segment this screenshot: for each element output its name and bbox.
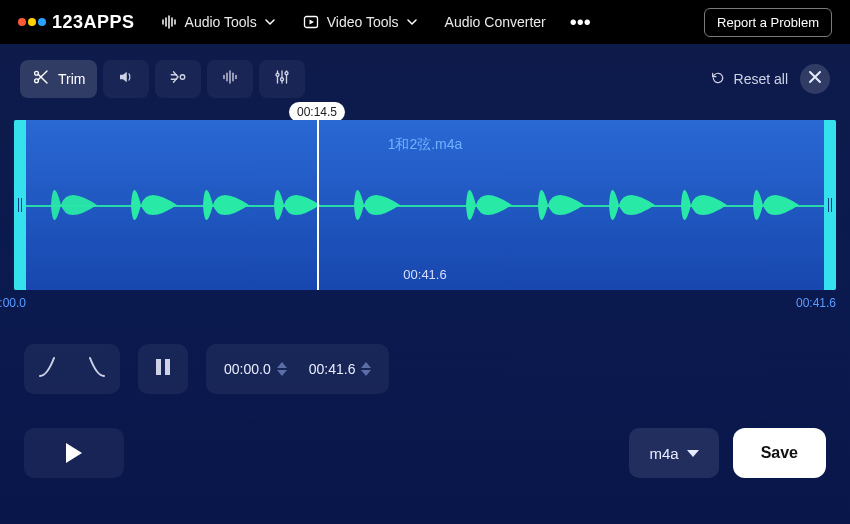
timeline-start-label: 00:00.0 xyxy=(0,296,26,310)
tool-trim-label: Trim xyxy=(58,71,85,87)
chevron-down-icon xyxy=(407,17,417,27)
tool-speed[interactable] xyxy=(155,60,201,98)
menu-video-tools[interactable]: Video Tools xyxy=(289,0,431,44)
format-value: m4a xyxy=(649,445,678,462)
equalizer-icon xyxy=(273,68,291,90)
ellipsis-icon: ••• xyxy=(570,11,591,33)
menu-more-button[interactable]: ••• xyxy=(560,11,601,34)
scissors-icon xyxy=(32,68,50,90)
reset-all-button[interactable]: Reset all xyxy=(710,70,788,89)
svg-point-10 xyxy=(181,75,186,80)
menu-video-tools-label: Video Tools xyxy=(327,14,399,30)
trim-start-down[interactable] xyxy=(277,370,287,376)
svg-rect-22 xyxy=(156,359,161,375)
logo-dots-icon xyxy=(18,18,46,26)
tool-pitch[interactable] xyxy=(207,60,253,98)
svg-point-20 xyxy=(281,78,284,81)
trim-start-value: 00:00.0 xyxy=(224,361,271,377)
trim-end-control[interactable]: 00:41.6 xyxy=(309,361,372,377)
svg-rect-23 xyxy=(165,359,170,375)
app-logo[interactable]: 123APPS xyxy=(18,12,135,33)
waveform-area: 00:14.5 1和2弦.m4a 00:41.6 xyxy=(14,120,836,290)
menu-audio-converter[interactable]: Audio Converter xyxy=(431,0,560,44)
playhead-line[interactable] xyxy=(317,120,319,290)
crossfade-button[interactable] xyxy=(138,344,188,394)
menu-audio-converter-label: Audio Converter xyxy=(445,14,546,30)
undo-icon xyxy=(710,70,726,89)
play-button[interactable] xyxy=(24,428,124,478)
close-icon xyxy=(808,70,822,88)
tool-equalizer[interactable] xyxy=(259,60,305,98)
svg-point-21 xyxy=(285,72,288,75)
timeline-labels: 00:00.0 00:41.6 xyxy=(0,296,836,310)
timeline-end-label: 00:41.6 xyxy=(796,296,836,310)
menu-audio-tools-label: Audio Tools xyxy=(185,14,257,30)
brand-text: 123APPS xyxy=(52,12,135,33)
tool-volume[interactable] xyxy=(103,60,149,98)
video-play-icon xyxy=(303,14,319,30)
menu-audio-tools[interactable]: Audio Tools xyxy=(147,0,289,44)
volume-icon xyxy=(117,68,135,90)
trim-controls: 00:00.0 00:41.6 xyxy=(0,310,850,394)
app-header: 123APPS Audio Tools Video Tools Audio Co… xyxy=(0,0,850,44)
trim-handle-left[interactable] xyxy=(14,120,26,290)
track-duration: 00:41.6 xyxy=(403,267,446,282)
close-button[interactable] xyxy=(800,64,830,94)
bottom-bar: m4a Save xyxy=(0,394,850,478)
trim-end-up[interactable] xyxy=(361,362,371,368)
trim-start-control[interactable]: 00:00.0 xyxy=(224,361,287,377)
trim-time-box: 00:00.0 00:41.6 xyxy=(206,344,389,394)
pitch-icon xyxy=(221,68,239,90)
waveform-icon xyxy=(161,14,177,30)
tool-trim[interactable]: Trim xyxy=(20,60,97,98)
editor-toolbar: Trim Reset all xyxy=(0,44,850,98)
save-button[interactable]: Save xyxy=(733,428,826,478)
playhead-time-bubble: 00:14.5 xyxy=(289,102,345,122)
trim-end-down[interactable] xyxy=(361,370,371,376)
svg-point-19 xyxy=(276,73,279,76)
reset-all-label: Reset all xyxy=(734,71,788,87)
speed-icon xyxy=(169,68,187,90)
trim-end-value: 00:41.6 xyxy=(309,361,356,377)
format-select[interactable]: m4a xyxy=(629,428,718,478)
play-icon xyxy=(66,443,82,463)
fade-in-icon xyxy=(39,356,69,382)
chevron-down-icon xyxy=(687,450,699,457)
fade-out-icon xyxy=(75,356,105,382)
report-problem-button[interactable]: Report a Problem xyxy=(704,8,832,37)
chevron-down-icon xyxy=(265,17,275,27)
track-filename: 1和2弦.m4a xyxy=(388,136,463,154)
crossfade-icon xyxy=(152,356,174,382)
trim-handle-right[interactable] xyxy=(824,120,836,290)
trim-start-up[interactable] xyxy=(277,362,287,368)
waveform[interactable]: 1和2弦.m4a 00:41.6 xyxy=(14,120,836,290)
fade-button[interactable] xyxy=(24,344,120,394)
